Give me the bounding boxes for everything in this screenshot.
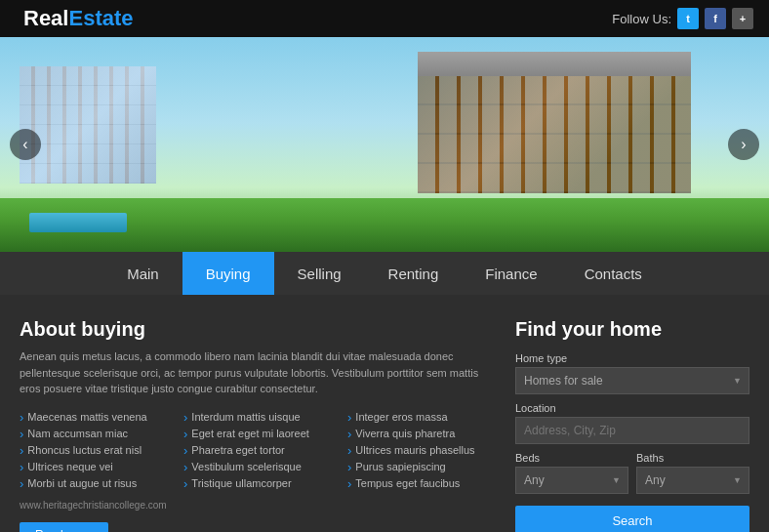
- list-item: Morbi ut augue ut risus: [20, 475, 168, 492]
- plus-button[interactable]: +: [732, 8, 753, 29]
- left-building: [20, 66, 156, 184]
- about-title: About buying: [20, 318, 496, 341]
- feature-col-3: Integer eros massa Viverra quis pharetra…: [347, 409, 496, 492]
- nav-finance[interactable]: Finance: [462, 252, 560, 295]
- home-type-select[interactable]: Homes for sale Apartments Commercial Lan…: [515, 367, 749, 394]
- baths-group: Baths Any 1 2 3: [636, 452, 749, 494]
- hero-banner: ‹ ›: [0, 37, 769, 252]
- list-item: Tristique ullamcorper: [183, 475, 332, 492]
- beds-baths-row: Beds Any 1 2 3 4 Baths Any 1: [515, 452, 749, 502]
- baths-label: Baths: [636, 452, 749, 464]
- garden-area: [0, 198, 769, 252]
- list-item: Pharetra eget tortor: [183, 442, 332, 459]
- location-label: Location: [515, 402, 749, 414]
- location-group: Location: [515, 402, 749, 444]
- feature-list-2: Interdum mattis uisque Eget erat eget mi…: [183, 409, 332, 492]
- baths-select[interactable]: Any 1 2 3: [636, 467, 749, 494]
- search-button[interactable]: Search: [515, 506, 749, 532]
- feature-list-3: Integer eros massa Viverra quis pharetra…: [347, 409, 496, 492]
- pool: [29, 213, 127, 232]
- find-title: Find your home: [515, 318, 749, 341]
- read-more-button[interactable]: Read more: [20, 522, 108, 533]
- about-description: Aenean quis metus lacus, a commodo liber…: [20, 348, 496, 397]
- header: RealEstate Follow Us: t f +: [0, 0, 769, 37]
- logo-real: Real: [23, 6, 68, 30]
- follow-label: Follow Us:: [612, 12, 671, 26]
- nav-selling[interactable]: Selling: [274, 252, 365, 295]
- building-body: [418, 76, 691, 193]
- nav-contacts[interactable]: Contacts: [561, 252, 666, 295]
- main-nav: Main Buying Selling Renting Finance Cont…: [0, 252, 769, 295]
- feature-columns: Maecenas mattis venena Nam accumsan miac…: [20, 409, 496, 492]
- nav-buying[interactable]: Buying: [182, 252, 274, 295]
- beds-wrapper: Any 1 2 3 4: [515, 467, 628, 494]
- list-item: Interdum mattis uisque: [183, 409, 332, 426]
- logo-estate: Estate: [68, 6, 133, 30]
- website-label: www.heritagechristiancollege.com: [20, 500, 496, 511]
- building-windows: [418, 76, 691, 193]
- home-type-label: Home type: [515, 352, 749, 364]
- left-building-windows: [20, 66, 156, 184]
- list-item: Nam accumsan miac: [20, 426, 168, 442]
- feature-col-1: Maecenas mattis venena Nam accumsan miac…: [20, 409, 168, 492]
- feature-list-1: Maecenas mattis venena Nam accumsan miac…: [20, 409, 168, 492]
- list-item: Tempus eget faucibus: [347, 475, 496, 492]
- list-item: Maecenas mattis venena: [20, 409, 168, 426]
- facebook-button[interactable]: f: [705, 8, 726, 29]
- about-panel: About buying Aenean quis metus lacus, a …: [20, 318, 515, 516]
- list-item: Eget erat eget mi laoreet: [183, 426, 332, 442]
- twitter-button[interactable]: t: [677, 8, 699, 29]
- beds-select[interactable]: Any 1 2 3 4: [515, 467, 628, 494]
- hero-next-button[interactable]: ›: [728, 129, 759, 160]
- nav-renting[interactable]: Renting: [365, 252, 463, 295]
- beds-group: Beds Any 1 2 3 4: [515, 452, 628, 494]
- list-item: Integer eros massa: [347, 409, 496, 426]
- list-item: Ultrices neque vei: [20, 459, 168, 475]
- logo: RealEstate: [16, 2, 142, 35]
- list-item: Ultrices mauris phasellus: [347, 442, 496, 459]
- find-panel: Find your home Home type Homes for sale …: [515, 318, 749, 516]
- list-item: Rhoncus luctus erat nisl: [20, 442, 168, 459]
- beds-label: Beds: [515, 452, 628, 464]
- nav-main[interactable]: Main: [103, 252, 182, 295]
- home-type-group: Home type Homes for sale Apartments Comm…: [515, 352, 749, 394]
- feature-col-2: Interdum mattis uisque Eget erat eget mi…: [183, 409, 332, 492]
- main-building: [418, 52, 691, 193]
- list-item: Purus sapiepiscing: [347, 459, 496, 475]
- content-area: About buying Aenean quis metus lacus, a …: [0, 295, 769, 532]
- baths-wrapper: Any 1 2 3: [636, 467, 749, 494]
- location-input[interactable]: [515, 417, 749, 444]
- hero-scene: [0, 37, 769, 252]
- list-item: Viverra quis pharetra: [347, 426, 496, 442]
- list-item: Vestibulum scelerisque: [183, 459, 332, 475]
- home-type-wrapper: Homes for sale Apartments Commercial Lan…: [515, 367, 749, 394]
- hero-prev-button[interactable]: ‹: [10, 129, 41, 160]
- follow-us: Follow Us: t f +: [612, 8, 753, 29]
